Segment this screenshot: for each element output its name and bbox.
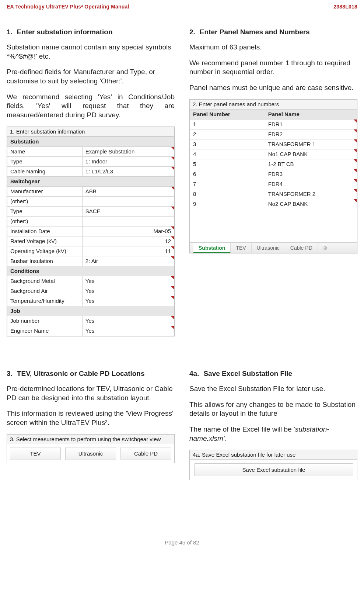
- tab-tev[interactable]: TEV: [231, 243, 251, 253]
- substation-info-grid: Substation NameExample Substation Type1:…: [7, 136, 174, 336]
- section-1-p3: We recommend selecting 'Yes' in Conditio…: [7, 93, 175, 120]
- section-1-number: 1.: [7, 28, 13, 36]
- section-4a-p1: Save the Excel Substation File for later…: [189, 384, 357, 394]
- col-panel-number: Panel Number: [190, 109, 265, 119]
- section-3-p2: This information is reviewed using the '…: [7, 409, 175, 427]
- section-3: 3. TEV, Ultrasonic or Cable PD Locations…: [7, 370, 175, 480]
- table-row: 6FDR3: [190, 169, 357, 179]
- tab-cable-pd[interactable]: Cable PD: [285, 243, 318, 253]
- section-1-heading: 1. Enter substation information: [7, 28, 175, 36]
- section-2-number: 2.: [189, 28, 195, 36]
- header-right: 2388L018: [333, 4, 357, 10]
- col-panel-name: Panel Name: [265, 109, 357, 119]
- tab-substation[interactable]: Substation: [193, 243, 231, 253]
- tev-button[interactable]: TEV: [10, 447, 61, 460]
- table-row: 2FDR2: [190, 129, 357, 139]
- sheet-tabs: Substation TEV Ultrasonic Cable PD ⊕: [190, 242, 357, 253]
- section-2-title: Enter Panel Names and Numbers: [200, 28, 357, 36]
- measurement-widget: 3. Select measurements to perform using …: [7, 434, 175, 463]
- section-4a-p3a: The name of the Excel file will be: [189, 425, 294, 433]
- panel-names-caption: 2. Enter panel names and numbers: [190, 100, 357, 109]
- group-switchgear: Switchgear: [7, 176, 174, 186]
- section-4a-title: Save Excel Substation File: [203, 370, 357, 378]
- table-row: 51-2 BT CB: [190, 159, 357, 169]
- section-3-title: TEV, Ultrasonic or Cable PD Locations: [17, 370, 175, 378]
- section-3-heading: 3. TEV, Ultrasonic or Cable PD Locations: [7, 370, 175, 378]
- table-row: 7FDR4: [190, 179, 357, 189]
- group-job: Job: [7, 306, 174, 316]
- header-left: EA Technology UltraTEV Plus² Operating M…: [7, 4, 129, 10]
- section-3-p1: Pre-determined locations for TEV, Ultras…: [7, 384, 175, 402]
- tab-ultrasonic[interactable]: Ultrasonic: [252, 243, 285, 253]
- section-1-p2: Pre-defined fields for Manufacturer and …: [7, 68, 175, 86]
- add-sheet-icon[interactable]: ⊕: [318, 243, 333, 253]
- section-1: 1. Enter substation information Substati…: [7, 28, 175, 340]
- section-2-heading: 2. Enter Panel Names and Numbers: [189, 28, 357, 36]
- section-2-p1: Maximum of 63 panels.: [189, 43, 357, 52]
- ultrasonic-button[interactable]: Ultrasonic: [65, 447, 116, 460]
- save-caption: 4a. Save Excel substation file for later…: [190, 450, 357, 460]
- substation-info-table: 1. Enter substation information Substati…: [7, 127, 175, 336]
- section-1-p1: Substation name cannot contain any speci…: [7, 43, 175, 61]
- group-conditions: Conditions: [7, 266, 174, 276]
- table-row: 1FDR1: [190, 119, 357, 129]
- page-footer: Page 45 of 82: [7, 539, 357, 546]
- panel-names-grid: Panel Number Panel Name 1FDR1 2FDR2 3TRA…: [190, 109, 357, 209]
- save-widget: 4a. Save Excel substation file for later…: [189, 450, 357, 480]
- page-header: EA Technology UltraTEV Plus² Operating M…: [7, 4, 357, 10]
- section-4a-heading: 4a. Save Excel Substation File: [189, 370, 357, 378]
- section-4a-p3: The name of the Excel file will be 'subs…: [189, 425, 357, 443]
- measurement-caption: 3. Select measurements to perform using …: [7, 435, 174, 444]
- save-excel-button[interactable]: Save Excel substation file: [194, 463, 353, 476]
- section-2: 2. Enter Panel Names and Numbers Maximum…: [189, 28, 357, 340]
- section-4a-number: 4a.: [189, 370, 199, 378]
- section-3-number: 3.: [7, 370, 13, 378]
- section-1-title: Enter substation information: [17, 28, 175, 36]
- table-row: 9No2 CAP BANK: [190, 199, 357, 209]
- panel-names-table: 2. Enter panel names and numbers Panel N…: [189, 99, 357, 253]
- group-substation: Substation: [7, 136, 174, 146]
- table-row: 4No1 CAP BANK: [190, 149, 357, 159]
- section-4a: 4a. Save Excel Substation File Save the …: [189, 370, 357, 480]
- substation-info-caption: 1. Enter substation information: [7, 127, 174, 136]
- section-2-p2: We recommend panel number 1 through to r…: [189, 59, 357, 77]
- table-row: 8TRANSFORMER 2: [190, 189, 357, 199]
- cable-pd-button[interactable]: Cable PD: [120, 447, 171, 460]
- section-4a-p2: This allows for any changes to be made t…: [189, 400, 357, 418]
- section-2-p3: Panel names must be unique and are case …: [189, 83, 357, 93]
- table-row: 3TRANSFORMER 1: [190, 139, 357, 149]
